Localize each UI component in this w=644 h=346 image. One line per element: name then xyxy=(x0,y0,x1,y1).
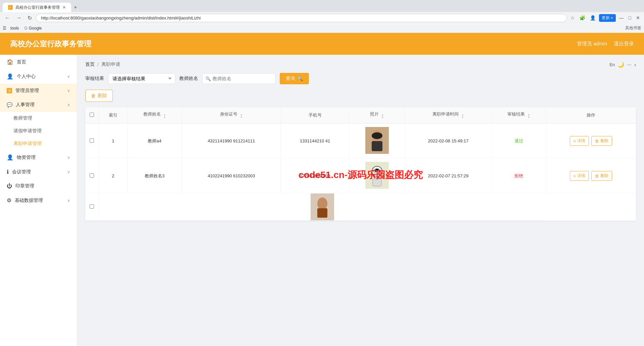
table-cell-phone: 1331144210 41 xyxy=(281,123,349,159)
personal-center-arrow: ∨ xyxy=(67,74,70,79)
table-cell-checkbox[interactable] xyxy=(85,123,99,159)
new-tab-button[interactable]: + xyxy=(71,3,80,12)
sort-teacher-name[interactable]: ▲▼ xyxy=(163,114,166,119)
breadcrumb: 首页 / 离职申请 xyxy=(85,61,636,68)
table-cell-resign-time: 2022-02-08 15:49:17 xyxy=(405,123,492,159)
row-detail-button-0[interactable]: ≡ 详情 xyxy=(570,136,589,146)
sort-photo[interactable]: ▲▼ xyxy=(381,114,384,119)
address-bar[interactable] xyxy=(36,14,567,22)
filter-review-result-select[interactable]: 请选择审核结果 通过 拒绝 xyxy=(108,73,175,84)
material-management-label: 物资管理 xyxy=(17,155,36,161)
search-button[interactable]: 查询 🔍 xyxy=(280,73,309,84)
sidebar-sub-leave-request[interactable]: 请假申请管理 xyxy=(0,125,77,137)
row-delete-icon-1: 🗑 xyxy=(595,174,599,178)
seal-management-label: 印章管理 xyxy=(15,183,34,189)
language-button[interactable]: En xyxy=(609,62,615,67)
sidebar-item-admin-management[interactable]: ☰ 管理员管理 ∨ xyxy=(0,84,77,98)
delete-btn-label: 删除 xyxy=(98,93,107,99)
back-button[interactable]: ← xyxy=(3,14,12,21)
sidebar-item-personal-center[interactable]: 👤 个人中心 ∨ xyxy=(0,69,77,84)
meeting-icon: ℹ xyxy=(7,169,9,175)
table-cell-checkbox-3[interactable] xyxy=(85,193,99,221)
content-area: 首页 / 离职申请 En 🌙 ··· › 审核结果 请选择审核结果 通过 拒绝 … xyxy=(77,55,644,346)
data-table: 索引 教师姓名 ▲▼ 身份证号 ▲▼ 手机号 xyxy=(85,107,636,221)
table-header-row: 索引 教师姓名 ▲▼ 身份证号 ▲▼ 手机号 xyxy=(85,107,636,123)
forward-button[interactable]: → xyxy=(14,14,24,21)
sidebar-item-meeting-management[interactable]: ℹ 会议管理 ∨ xyxy=(0,165,77,179)
close-window-button[interactable]: ✕ xyxy=(635,14,641,21)
table-header-checkbox xyxy=(85,107,99,123)
sort-review-result[interactable]: ▲▼ xyxy=(527,114,530,119)
logout-button[interactable]: 退出登录 xyxy=(614,41,634,47)
tab-close-button[interactable]: ✕ xyxy=(62,5,66,10)
row-delete-button-1[interactable]: 🗑 删除 xyxy=(591,171,612,181)
table-header-actions: 操作 xyxy=(546,107,636,123)
table-row: 2 教师姓名3 4102241990 610232003 1770378690 … xyxy=(85,159,636,193)
bookmarks-icon: ☰ xyxy=(3,26,6,31)
row-delete-button-0[interactable]: 🗑 删除 xyxy=(591,136,612,146)
table-cell-photo xyxy=(349,123,405,159)
delete-icon: 🗑 xyxy=(91,93,96,98)
app-header: 高校办公室行政事务管理 管理员 admin 退出登录 xyxy=(0,33,644,55)
table-cell-review-result: 通过 xyxy=(492,123,546,159)
sidebar-item-hr-management[interactable]: 💬 人事管理 ∧ xyxy=(0,98,77,112)
filter-teacher-name-wrap: 🔍 xyxy=(202,73,276,84)
table-header-photo: 照片 ▲▼ xyxy=(349,107,405,123)
extensions-button[interactable]: 🧩 xyxy=(578,14,587,21)
maximize-button[interactable]: □ xyxy=(627,14,633,21)
filter-teacher-name-input[interactable] xyxy=(202,73,276,84)
theme-button[interactable]: 🌙 xyxy=(617,61,624,68)
table-cell-checkbox[interactable] xyxy=(85,159,99,193)
svg-text:H: H xyxy=(9,6,11,9)
row-checkbox-1[interactable] xyxy=(90,173,94,178)
top-right-controls: En 🌙 ··· › xyxy=(609,61,636,68)
row-detail-button-1[interactable]: ≡ 详情 xyxy=(570,171,589,181)
minimize-button[interactable]: — xyxy=(618,14,625,21)
table-cell-phone: 1770378690 03 xyxy=(281,159,349,193)
table-cell-actions: ≡ 详情 🗑 删除 xyxy=(546,159,636,193)
row-checkbox-0[interactable] xyxy=(90,138,94,143)
table-cell-teacher-name: 教师a4 xyxy=(128,123,182,159)
row-checkbox-3[interactable] xyxy=(90,204,94,209)
breadcrumb-home[interactable]: 首页 xyxy=(85,61,95,68)
filter-review-result-label: 审核结果 xyxy=(85,76,104,82)
table-cell-index: 2 xyxy=(99,159,128,193)
table-cell-id-card: 4321141990 911214111 xyxy=(182,123,281,159)
sidebar-item-basic-data[interactable]: ⚙ 基础数据管理 ∨ xyxy=(0,193,77,208)
other-bookmarks[interactable]: 其他书签 xyxy=(625,25,641,31)
sidebar-sub-resignation[interactable]: 离职申请管理 xyxy=(0,137,77,150)
sort-resign-time[interactable]: ▲▼ xyxy=(461,114,464,119)
select-all-checkbox[interactable] xyxy=(90,113,94,117)
sidebar-item-material-management[interactable]: 👤 物资管理 ∨ xyxy=(0,150,77,165)
refresh-button[interactable]: ↻ xyxy=(26,14,34,22)
bookmark-button[interactable]: ☆ xyxy=(569,14,576,21)
expand-button[interactable]: › xyxy=(634,62,636,68)
bookmark-tools[interactable]: tools xyxy=(9,25,20,31)
browser-tab-active[interactable]: H 高校办公室行政事务管理 ✕ xyxy=(3,3,71,12)
breadcrumb-current: 离职申请 xyxy=(101,61,120,68)
search-icon: 🔍 xyxy=(205,76,211,81)
sidebar-admin-label: 管理员管理 xyxy=(15,88,39,94)
bookmark-google[interactable]: G Google xyxy=(23,25,43,31)
batch-delete-button[interactable]: 🗑 删除 xyxy=(85,90,113,102)
google-icon: G xyxy=(24,26,27,31)
sidebar-sub-teacher-management[interactable]: 教师管理 xyxy=(0,112,77,125)
update-button[interactable]: 更新 » xyxy=(599,14,616,22)
search-btn-label: 查询 xyxy=(286,76,295,82)
sidebar-personal-label: 个人中心 xyxy=(17,74,36,80)
table-row: 1 教师a4 4321141990 911214111 1331144210 4… xyxy=(85,123,636,159)
table-cell-index: 1 xyxy=(99,123,128,159)
action-bar: 🗑 删除 xyxy=(85,90,636,102)
sidebar-section-hr: 💬 人事管理 ∧ 教师管理 请假申请管理 离职申请管理 xyxy=(0,98,77,150)
tab-favicon: H xyxy=(8,5,13,10)
svg-point-13 xyxy=(378,170,380,172)
seal-icon: ⏻ xyxy=(7,183,12,189)
sort-id-card[interactable]: ▲▼ xyxy=(240,114,243,119)
profile-button[interactable]: 👤 xyxy=(589,14,597,21)
svg-point-5 xyxy=(372,132,382,139)
material-icon: 👤 xyxy=(7,154,13,161)
sidebar-item-home[interactable]: 🏠 首页 xyxy=(0,55,77,69)
more-button[interactable]: ··· xyxy=(627,62,631,68)
row-delete-icon-0: 🗑 xyxy=(595,139,599,143)
sidebar-item-seal-management[interactable]: ⏻ 印章管理 xyxy=(0,179,77,193)
